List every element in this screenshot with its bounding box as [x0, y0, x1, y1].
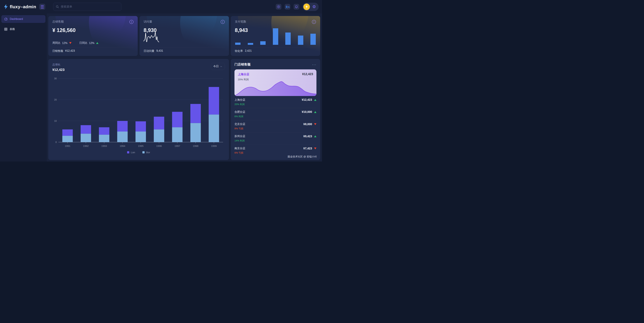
notifications-button[interactable] — [294, 4, 299, 10]
visits-sparkline-chart — [144, 29, 159, 44]
trend-down-icon — [69, 42, 72, 44]
minibar-bar — [235, 43, 240, 45]
metric-weekly: 周同比 12% — [52, 41, 72, 45]
card-title: 访问量 — [144, 20, 152, 24]
sidebar-toggle-button[interactable] — [39, 4, 45, 10]
growth-title: 总增长 — [52, 63, 64, 67]
store-name: 上海分店 — [234, 98, 245, 102]
chevron-down-icon — [220, 65, 222, 68]
store-row[interactable]: 苏州分店 ¥9,423 14% 利润 — [234, 133, 316, 145]
avatar[interactable] — [303, 4, 310, 10]
language-switch-button[interactable]: 文A — [285, 4, 290, 10]
svg-text:1996: 1996 — [156, 145, 162, 147]
svg-text:30: 30 — [54, 77, 57, 80]
legend-label: Lon — [131, 151, 135, 154]
more-options-icon[interactable]: ··· — [312, 64, 316, 65]
date-range-value: 今日 — [213, 65, 219, 68]
lightning-logo-icon — [4, 4, 8, 9]
featured-store-name: 上海分店 — [238, 72, 249, 76]
sidebar-item-table[interactable]: 表格 — [1, 25, 46, 33]
translate-icon: 文A — [286, 6, 290, 8]
topbar: fluxy–admin — [0, 0, 322, 14]
store-value: ¥9,423 — [303, 135, 312, 138]
growth-value: ¥12,423 — [52, 68, 64, 72]
date-range-dropdown[interactable]: 今日 — [211, 63, 225, 70]
info-icon[interactable] — [220, 20, 225, 25]
card-payments: 支付笔数 8,943 转化率 2,421 — [231, 16, 320, 56]
minibar-bar — [273, 28, 278, 45]
store-row[interactable]: 上海分店 ¥12,423 20% 利润 — [234, 96, 316, 108]
legend-swatch — [142, 151, 144, 153]
divider — [144, 47, 225, 47]
store-name: 南京分店 — [234, 147, 245, 150]
minibar-bar — [285, 33, 291, 45]
info-icon[interactable] — [129, 20, 134, 25]
bell-icon — [294, 5, 298, 9]
minibar-bar — [248, 43, 253, 45]
svg-text:1997: 1997 — [174, 145, 180, 147]
table-icon — [4, 28, 8, 31]
conversion-value: 2,421 — [245, 49, 252, 53]
sidebar-item-label: 表格 — [10, 28, 15, 31]
metric-daily: 日同比 12% — [79, 41, 98, 45]
store-list: 上海分店 ¥12,423 20% 利润 合肥分店 ¥10,000 6% 利润 北… — [234, 96, 316, 157]
metric-value: 12% — [89, 42, 94, 45]
store-name: 苏州分店 — [234, 135, 245, 138]
store-value: ¥7,423 — [303, 147, 312, 150]
user-menu[interactable]: ⚙ — [302, 3, 319, 11]
sidebar-item-label: Dashboard — [10, 18, 23, 21]
store-value: ¥12,423 — [302, 98, 312, 102]
minibar-bar — [310, 34, 316, 45]
svg-text:1994: 1994 — [120, 145, 125, 147]
divider — [235, 47, 316, 47]
store-profit-label: 14% 利润 — [234, 139, 316, 142]
store-profit-label: 6% 利润 — [234, 115, 316, 118]
store-row[interactable]: 南京分店 ¥7,423 6% 亏损 — [234, 145, 316, 157]
sales-metrics: 周同比 12% 日同比 12% — [52, 41, 134, 45]
metric-label: 日同比 — [79, 41, 87, 45]
info-icon[interactable] — [312, 20, 316, 25]
card-total-sales: 总销售额 ¥ 126,560 周同比 12% 日同比 12% 日销售额 ¥12,… — [48, 16, 138, 56]
svg-text:1992: 1992 — [83, 145, 88, 147]
search-input[interactable] — [61, 5, 119, 9]
store-profit-label: 8% 亏损 — [234, 127, 316, 130]
store-value: ¥8,000 — [303, 123, 312, 126]
legend-item-lon[interactable]: Lon — [127, 151, 135, 154]
daily-sales-label: 日销售额 — [52, 49, 63, 53]
store-profit-label: 20% 利润 — [234, 103, 316, 106]
minibar-bar — [298, 36, 303, 45]
gear-icon[interactable]: ⚙ — [312, 5, 316, 9]
total-sales-value: ¥ 126,560 — [52, 27, 134, 33]
panel-store-sales: 门店销售额 ··· 上海分店 ¥12,423 20% 利润 — [231, 59, 320, 160]
sidebar-item-dashboard[interactable]: Dashboard — [1, 15, 46, 23]
trend-up-icon — [314, 135, 316, 137]
card-title: 支付笔数 — [235, 20, 246, 24]
daily-sales-value: ¥12,423 — [65, 49, 75, 53]
svg-text:1995: 1995 — [138, 145, 144, 147]
minibar-bar — [260, 41, 266, 45]
trend-down-icon — [314, 123, 316, 125]
hamburger-icon — [41, 5, 44, 6]
store-row[interactable]: 合肥分店 ¥10,000 6% 利润 — [234, 108, 316, 120]
svg-text:1999: 1999 — [211, 145, 217, 147]
featured-store-card[interactable]: 上海分店 ¥12,423 20% 利润 — [234, 69, 316, 96]
svg-text:20: 20 — [54, 98, 57, 101]
trend-up-icon — [96, 42, 98, 44]
divider — [52, 47, 134, 47]
store-value: ¥10,000 — [302, 110, 312, 114]
legend-label: Bor — [146, 151, 150, 154]
credit-footer: 掘金技术社区 @ 前端小付 — [288, 155, 317, 158]
store-row[interactable]: 北京分店 ¥8,000 8% 亏损 — [234, 120, 316, 132]
legend-swatch — [127, 151, 129, 153]
trend-up-icon — [314, 99, 316, 101]
metric-label: 周同比 — [52, 41, 60, 45]
app-logo: fluxy–admin — [0, 4, 39, 10]
theme-toggle-button[interactable] — [276, 4, 282, 10]
featured-store-value: ¥12,423 — [302, 72, 313, 76]
card-total-growth: 总增长 ¥12,423 今日 0102030199119921993199419… — [48, 59, 229, 160]
store-profit-label: 6% 亏损 — [234, 151, 316, 154]
topbar-actions: 文A ⚙ — [276, 3, 322, 11]
card-title: 总销售额 — [52, 20, 64, 24]
dashboard-content: 总销售额 ¥ 126,560 周同比 12% 日同比 12% 日销售额 ¥12,… — [47, 14, 322, 162]
legend-item-bor[interactable]: Bor — [142, 151, 150, 154]
